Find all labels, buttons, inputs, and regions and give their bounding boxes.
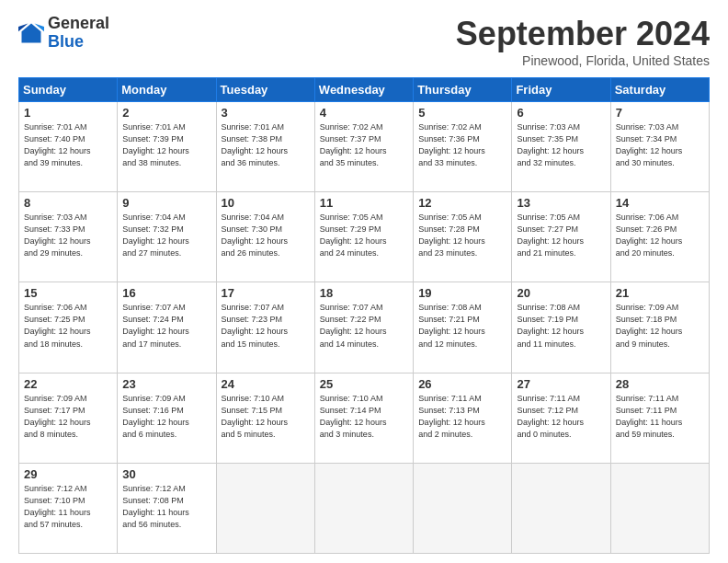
day-number: 21 <box>616 286 704 300</box>
day-number: 12 <box>418 196 506 210</box>
day-number: 27 <box>517 377 605 391</box>
day-info: Sunrise: 7:08 AM Sunset: 7:21 PM Dayligh… <box>418 302 506 350</box>
day-info: Sunrise: 7:04 AM Sunset: 7:30 PM Dayligh… <box>222 212 310 259</box>
day-number: 10 <box>222 196 310 210</box>
calendar-cell: 30Sunrise: 7:12 AM Sunset: 7:08 PM Dayli… <box>118 463 216 553</box>
day-number: 7 <box>616 106 704 120</box>
calendar-cell: 22Sunrise: 7:09 AM Sunset: 7:17 PM Dayli… <box>19 373 118 463</box>
day-number: 6 <box>517 106 605 120</box>
day-info: Sunrise: 7:11 AM Sunset: 7:12 PM Dayligh… <box>517 393 605 441</box>
calendar-cell: 2Sunrise: 7:01 AM Sunset: 7:39 PM Daylig… <box>118 102 216 192</box>
day-number: 1 <box>24 106 112 120</box>
calendar-cell: 9Sunrise: 7:04 AM Sunset: 7:32 PM Daylig… <box>118 192 216 282</box>
day-number: 3 <box>222 106 310 120</box>
calendar-cell: 26Sunrise: 7:11 AM Sunset: 7:13 PM Dayli… <box>414 373 512 463</box>
calendar-cell: 29Sunrise: 7:12 AM Sunset: 7:10 PM Dayli… <box>19 463 118 553</box>
day-info: Sunrise: 7:11 AM Sunset: 7:11 PM Dayligh… <box>616 393 704 441</box>
day-info: Sunrise: 7:01 AM Sunset: 7:40 PM Dayligh… <box>24 121 112 169</box>
location-subtitle: Pinewood, Florida, United States <box>456 53 710 68</box>
logo-blue: Blue <box>48 32 84 51</box>
calendar-cell <box>314 463 413 553</box>
calendar-cell: 8Sunrise: 7:03 AM Sunset: 7:33 PM Daylig… <box>19 192 118 282</box>
calendar-cell <box>216 463 314 553</box>
day-info: Sunrise: 7:05 AM Sunset: 7:28 PM Dayligh… <box>418 212 506 259</box>
day-number: 16 <box>122 286 210 300</box>
day-info: Sunrise: 7:03 AM Sunset: 7:33 PM Dayligh… <box>24 212 112 259</box>
logo-icon <box>18 20 44 46</box>
calendar-cell: 13Sunrise: 7:05 AM Sunset: 7:27 PM Dayli… <box>512 192 610 282</box>
calendar-row: 29Sunrise: 7:12 AM Sunset: 7:10 PM Dayli… <box>19 463 710 553</box>
day-info: Sunrise: 7:10 AM Sunset: 7:14 PM Dayligh… <box>320 393 408 441</box>
calendar-cell: 19Sunrise: 7:08 AM Sunset: 7:21 PM Dayli… <box>414 282 512 373</box>
day-number: 15 <box>24 286 112 300</box>
day-number: 9 <box>122 196 210 210</box>
day-info: Sunrise: 7:09 AM Sunset: 7:18 PM Dayligh… <box>616 302 704 350</box>
day-number: 29 <box>24 467 112 481</box>
day-number: 4 <box>320 106 408 120</box>
logo: General Blue <box>18 15 109 52</box>
day-info: Sunrise: 7:07 AM Sunset: 7:22 PM Dayligh… <box>320 302 408 350</box>
day-header-tuesday: Tuesday <box>216 78 314 102</box>
calendar-cell: 18Sunrise: 7:07 AM Sunset: 7:22 PM Dayli… <box>314 282 413 373</box>
day-header-thursday: Thursday <box>414 78 512 102</box>
day-number: 17 <box>222 286 310 300</box>
day-number: 8 <box>24 196 112 210</box>
day-header-wednesday: Wednesday <box>314 78 413 102</box>
day-number: 11 <box>320 196 408 210</box>
day-info: Sunrise: 7:11 AM Sunset: 7:13 PM Dayligh… <box>418 393 506 441</box>
day-header-saturday: Saturday <box>610 78 709 102</box>
day-number: 23 <box>122 377 210 391</box>
calendar-cell: 11Sunrise: 7:05 AM Sunset: 7:29 PM Dayli… <box>314 192 413 282</box>
page: General Blue September 2024 Pinewood, Fl… <box>0 0 728 563</box>
day-number: 30 <box>122 467 210 481</box>
logo-general: General <box>48 14 109 32</box>
calendar-cell <box>512 463 610 553</box>
day-info: Sunrise: 7:09 AM Sunset: 7:17 PM Dayligh… <box>24 393 112 441</box>
day-info: Sunrise: 7:06 AM Sunset: 7:26 PM Dayligh… <box>616 212 704 259</box>
calendar-cell: 21Sunrise: 7:09 AM Sunset: 7:18 PM Dayli… <box>610 282 709 373</box>
calendar-cell: 14Sunrise: 7:06 AM Sunset: 7:26 PM Dayli… <box>610 192 709 282</box>
header: General Blue September 2024 Pinewood, Fl… <box>18 15 710 68</box>
calendar-cell: 5Sunrise: 7:02 AM Sunset: 7:36 PM Daylig… <box>414 102 512 192</box>
calendar-cell <box>610 463 709 553</box>
calendar-cell: 12Sunrise: 7:05 AM Sunset: 7:28 PM Dayli… <box>414 192 512 282</box>
day-info: Sunrise: 7:03 AM Sunset: 7:35 PM Dayligh… <box>517 121 605 169</box>
day-info: Sunrise: 7:05 AM Sunset: 7:29 PM Dayligh… <box>320 212 408 259</box>
logo-text: General Blue <box>48 15 109 52</box>
calendar-cell: 1Sunrise: 7:01 AM Sunset: 7:40 PM Daylig… <box>19 102 118 192</box>
day-number: 20 <box>517 286 605 300</box>
day-header-sunday: Sunday <box>19 78 118 102</box>
calendar-cell: 10Sunrise: 7:04 AM Sunset: 7:30 PM Dayli… <box>216 192 314 282</box>
month-title: September 2024 <box>456 15 710 53</box>
day-info: Sunrise: 7:07 AM Sunset: 7:24 PM Dayligh… <box>122 302 210 350</box>
calendar-cell <box>414 463 512 553</box>
day-info: Sunrise: 7:07 AM Sunset: 7:23 PM Dayligh… <box>222 302 310 350</box>
calendar-cell: 7Sunrise: 7:03 AM Sunset: 7:34 PM Daylig… <box>610 102 709 192</box>
calendar-cell: 16Sunrise: 7:07 AM Sunset: 7:24 PM Dayli… <box>118 282 216 373</box>
day-number: 5 <box>418 106 506 120</box>
day-info: Sunrise: 7:01 AM Sunset: 7:38 PM Dayligh… <box>222 121 310 169</box>
day-info: Sunrise: 7:12 AM Sunset: 7:10 PM Dayligh… <box>24 483 112 531</box>
calendar-cell: 23Sunrise: 7:09 AM Sunset: 7:16 PM Dayli… <box>118 373 216 463</box>
day-number: 25 <box>320 377 408 391</box>
calendar-cell: 27Sunrise: 7:11 AM Sunset: 7:12 PM Dayli… <box>512 373 610 463</box>
calendar-cell: 17Sunrise: 7:07 AM Sunset: 7:23 PM Dayli… <box>216 282 314 373</box>
calendar-table: SundayMondayTuesdayWednesdayThursdayFrid… <box>18 77 710 554</box>
calendar-cell: 25Sunrise: 7:10 AM Sunset: 7:14 PM Dayli… <box>314 373 413 463</box>
day-info: Sunrise: 7:12 AM Sunset: 7:08 PM Dayligh… <box>122 483 210 531</box>
day-header-monday: Monday <box>118 78 216 102</box>
calendar-row: 8Sunrise: 7:03 AM Sunset: 7:33 PM Daylig… <box>19 192 710 282</box>
calendar-cell: 3Sunrise: 7:01 AM Sunset: 7:38 PM Daylig… <box>216 102 314 192</box>
calendar-cell: 15Sunrise: 7:06 AM Sunset: 7:25 PM Dayli… <box>19 282 118 373</box>
day-info: Sunrise: 7:08 AM Sunset: 7:19 PM Dayligh… <box>517 302 605 350</box>
day-info: Sunrise: 7:04 AM Sunset: 7:32 PM Dayligh… <box>122 212 210 259</box>
calendar-row: 22Sunrise: 7:09 AM Sunset: 7:17 PM Dayli… <box>19 373 710 463</box>
day-info: Sunrise: 7:05 AM Sunset: 7:27 PM Dayligh… <box>517 212 605 259</box>
day-number: 28 <box>616 377 704 391</box>
calendar-cell: 28Sunrise: 7:11 AM Sunset: 7:11 PM Dayli… <box>610 373 709 463</box>
day-number: 19 <box>418 286 506 300</box>
calendar-row: 15Sunrise: 7:06 AM Sunset: 7:25 PM Dayli… <box>19 282 710 373</box>
day-info: Sunrise: 7:03 AM Sunset: 7:34 PM Dayligh… <box>616 121 704 169</box>
calendar-cell: 24Sunrise: 7:10 AM Sunset: 7:15 PM Dayli… <box>216 373 314 463</box>
calendar-cell: 6Sunrise: 7:03 AM Sunset: 7:35 PM Daylig… <box>512 102 610 192</box>
